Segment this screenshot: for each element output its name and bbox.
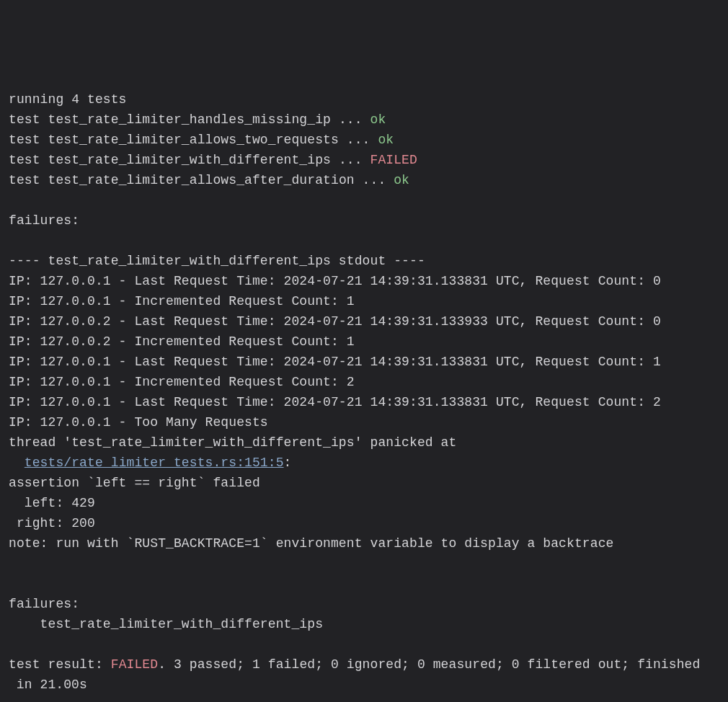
test-name: test_rate_limiter_handles_missing_ip xyxy=(48,112,331,127)
test-name: test_rate_limiter_with_different_ips xyxy=(48,153,331,167)
stdout-line: IP: 127.0.0.1 - Last Request Time: 2024-… xyxy=(9,352,719,372)
stdout-line: IP: 127.0.0.1 - Last Request Time: 2024-… xyxy=(9,271,719,291)
blank-line xyxy=(9,190,719,210)
backtrace-note: note: run with `RUST_BACKTRACE=1` enviro… xyxy=(9,533,719,554)
stdout-line: IP: 127.0.0.1 - Incremented Request Coun… xyxy=(9,372,719,392)
failures-header: failures: xyxy=(9,210,719,231)
test-status: ok xyxy=(370,112,386,127)
test-result-line: test result: FAILED. 3 passed; 1 failed;… xyxy=(9,654,719,695)
assertion-line: assertion `left == right` failed xyxy=(9,473,719,493)
stdout-line: IP: 127.0.0.2 - Incremented Request Coun… xyxy=(9,332,719,352)
blank-line xyxy=(9,574,719,594)
blank-line xyxy=(9,231,719,251)
assertion-right: right: 200 xyxy=(9,513,719,533)
test-line: test test_rate_limiter_allows_after_dura… xyxy=(9,170,719,190)
blank-line xyxy=(9,554,719,574)
panic-source-link[interactable]: tests/rate_limiter_tests.rs:151:5 xyxy=(25,456,284,470)
test-status: ok xyxy=(394,173,409,187)
test-status: FAILED xyxy=(370,153,417,167)
test-name: test_rate_limiter_allows_after_duration xyxy=(48,173,355,187)
stdout-line: IP: 127.0.0.1 - Too Many Requests xyxy=(9,412,719,432)
stdout-line: IP: 127.0.0.2 - Last Request Time: 2024-… xyxy=(9,311,719,332)
result-status: FAILED xyxy=(111,657,158,672)
terminal-output: running 4 teststest test_rate_limiter_ha… xyxy=(9,89,719,695)
panic-location-line: tests/rate_limiter_tests.rs:151:5: xyxy=(9,453,719,473)
assertion-left: left: 429 xyxy=(9,493,719,513)
stdout-line: IP: 127.0.0.1 - Last Request Time: 2024-… xyxy=(9,392,719,412)
test-line: test test_rate_limiter_handles_missing_i… xyxy=(9,110,719,130)
stdout-line: IP: 127.0.0.1 - Incremented Request Coun… xyxy=(9,291,719,311)
panic-line: thread 'test_rate_limiter_with_different… xyxy=(9,432,719,453)
test-line: test test_rate_limiter_allows_two_reques… xyxy=(9,130,719,150)
test-status: ok xyxy=(378,133,394,147)
failures-list-header: failures: xyxy=(9,594,719,614)
blank-line xyxy=(9,634,719,654)
failures-list-item: test_rate_limiter_with_different_ips xyxy=(9,614,719,634)
test-name: test_rate_limiter_allows_two_requests xyxy=(48,133,339,147)
test-line: test test_rate_limiter_with_different_ip… xyxy=(9,150,719,170)
stdout-section-header: ---- test_rate_limiter_with_different_ip… xyxy=(9,251,719,271)
running-header: running 4 tests xyxy=(9,89,719,110)
